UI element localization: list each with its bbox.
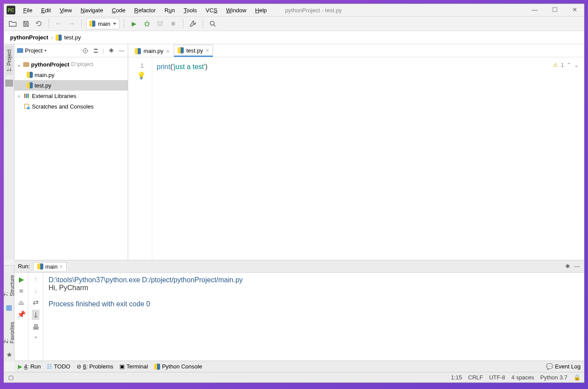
star-icon[interactable]: ★ xyxy=(6,350,12,359)
menu-file[interactable]: File xyxy=(20,6,36,14)
coverage-button[interactable] xyxy=(155,18,165,29)
menu-run[interactable]: Run xyxy=(161,6,178,14)
code-editor[interactable]: 1 print('just a test') 💡 ⚠ 1 ⌃ ⌄ xyxy=(128,57,584,260)
save-icon[interactable] xyxy=(21,18,31,29)
tool-problems[interactable]: ⊘6: Problems xyxy=(77,363,113,370)
bottom-tool-row: ▶4: Run ☷TODO ⊘6: Problems ▣Terminal Pyt… xyxy=(14,361,584,372)
run-output[interactable]: D:\tools\Python37\python.exe D:/ptoject/… xyxy=(43,273,584,361)
close-tab-icon[interactable]: × xyxy=(166,48,170,55)
tool-run[interactable]: ▶4: Run xyxy=(18,363,41,370)
gutter: 1 xyxy=(128,57,152,260)
tool-todo[interactable]: ☷TODO xyxy=(47,363,70,370)
minimize-button[interactable]: — xyxy=(529,5,540,14)
svg-point-0 xyxy=(145,22,149,26)
menu-window[interactable]: Window xyxy=(223,6,250,14)
python-icon xyxy=(89,21,95,27)
editor-area: main.py × test.py × 1 print('just a test… xyxy=(128,44,584,260)
status-line-sep[interactable]: CRLF xyxy=(468,374,483,381)
code-string: 'just a test' xyxy=(172,63,205,70)
close-tab-icon[interactable]: × xyxy=(206,47,209,54)
stop-button[interactable]: ■ xyxy=(168,18,178,29)
locate-icon[interactable] xyxy=(82,47,89,54)
sidebar-title[interactable]: Project xyxy=(17,47,47,54)
python-icon xyxy=(37,263,43,270)
tree-project-root[interactable]: ⌄ pythonProject D:\ptoject xyxy=(14,59,128,70)
refresh-icon[interactable] xyxy=(34,18,44,29)
tool-python-console[interactable]: Python Console xyxy=(154,363,202,370)
menu-tools[interactable]: Tools xyxy=(180,6,200,14)
back-icon[interactable]: ← xyxy=(53,18,64,29)
gear-icon[interactable]: ✱ xyxy=(564,263,571,270)
menu-refactor[interactable]: Refactor xyxy=(131,6,159,14)
main-toolbar: ← → main ▶ ■ xyxy=(4,16,584,31)
status-icon[interactable]: ▢ xyxy=(7,374,14,381)
run-tab-main[interactable]: main × xyxy=(33,262,66,271)
tree-file-test[interactable]: test.py xyxy=(14,80,128,91)
maximize-button[interactable]: ☐ xyxy=(549,5,560,14)
left-rail: 1: Project xyxy=(4,44,14,260)
python-icon xyxy=(27,82,33,88)
rail-favorites-tab[interactable]: 2: Favorites xyxy=(2,315,16,347)
open-icon[interactable] xyxy=(7,18,18,29)
wrap-icon[interactable]: ⇄ xyxy=(33,298,38,306)
hide-icon[interactable]: — xyxy=(574,263,581,270)
python-icon xyxy=(56,35,62,41)
menu-navigate[interactable]: Navigate xyxy=(77,6,106,14)
menu-edit[interactable]: Edit xyxy=(38,6,54,14)
run-config-selector[interactable]: main xyxy=(86,18,119,29)
run-toolbar-2: ↑ ↓ ⇄ ⤓ 🖶 » xyxy=(28,273,43,361)
project-tree: ⌄ pythonProject D:\ptoject main.py test.… xyxy=(14,57,128,113)
collapse-icon[interactable] xyxy=(92,47,99,54)
close-tab-icon[interactable]: × xyxy=(60,263,63,270)
structure-icon[interactable]: ▦ xyxy=(6,303,12,312)
editor-tab-test[interactable]: test.py × xyxy=(174,45,213,57)
gear-icon[interactable]: ✱ xyxy=(108,47,115,54)
run-output-text: Hi, PyCharm xyxy=(49,284,579,292)
stop-icon[interactable]: ■ xyxy=(19,287,24,295)
down-icon[interactable]: ↓ xyxy=(34,287,38,294)
python-icon xyxy=(135,48,141,54)
tree-scratches[interactable]: Scratches and Consoles xyxy=(14,101,128,112)
pin-icon[interactable]: 📌 xyxy=(17,310,26,319)
breadcrumb-project[interactable]: pythonProject xyxy=(10,34,48,41)
chevron-down-icon[interactable]: ⌄ xyxy=(574,62,579,68)
inspection-widget[interactable]: ⚠ 1 ⌃ ⌄ xyxy=(553,62,579,68)
tree-external-libs[interactable]: › External Libraries xyxy=(14,91,128,101)
hide-icon[interactable]: — xyxy=(118,47,125,54)
breadcrumb-sep: › xyxy=(51,34,52,41)
status-interpreter[interactable]: Python 3.7 xyxy=(540,374,567,381)
breadcrumb-file[interactable]: test.py xyxy=(64,34,81,41)
run-button[interactable]: ▶ xyxy=(129,18,139,29)
run-panel-label: Run: xyxy=(18,263,30,270)
menu-code[interactable]: Code xyxy=(108,6,129,14)
more-icon[interactable]: » xyxy=(35,335,37,340)
editor-tab-main[interactable]: main.py × xyxy=(131,45,174,57)
tool-event-log[interactable]: 💬Event Log xyxy=(546,363,581,370)
exit-icon[interactable]: ⏏ xyxy=(18,298,24,307)
tree-file-main[interactable]: main.py xyxy=(14,70,128,80)
code-paren: ) xyxy=(205,63,207,70)
status-indent[interactable]: 4 spaces xyxy=(511,374,534,381)
rerun-icon[interactable]: ▶ xyxy=(19,275,24,284)
close-button[interactable]: ✕ xyxy=(569,5,581,14)
menu-help[interactable]: Help xyxy=(252,6,270,14)
rail-structure-tab[interactable]: 7: Structure xyxy=(2,268,16,300)
python-icon xyxy=(27,72,33,78)
search-icon[interactable] xyxy=(207,18,218,29)
scroll-icon[interactable]: ⤓ xyxy=(32,310,39,320)
menu-vcs[interactable]: VCS xyxy=(202,6,221,14)
debug-button[interactable] xyxy=(142,18,152,29)
status-position[interactable]: 1:15 xyxy=(451,374,462,381)
chevron-up-icon[interactable]: ⌃ xyxy=(567,62,571,68)
print-icon[interactable]: 🖶 xyxy=(32,323,39,331)
tool-terminal[interactable]: ▣Terminal xyxy=(119,363,148,370)
intention-bulb-icon[interactable]: 💡 xyxy=(137,71,146,80)
build-icon[interactable] xyxy=(188,18,198,29)
menu-view[interactable]: View xyxy=(56,6,75,14)
up-icon[interactable]: ↑ xyxy=(34,275,38,283)
rail-project-tab[interactable]: 1: Project xyxy=(5,46,13,75)
lock-icon[interactable]: 🔒 xyxy=(574,374,581,381)
forward-icon[interactable]: → xyxy=(66,18,77,29)
status-encoding[interactable]: UTF-8 xyxy=(489,374,505,381)
rail-icon[interactable] xyxy=(5,80,13,87)
